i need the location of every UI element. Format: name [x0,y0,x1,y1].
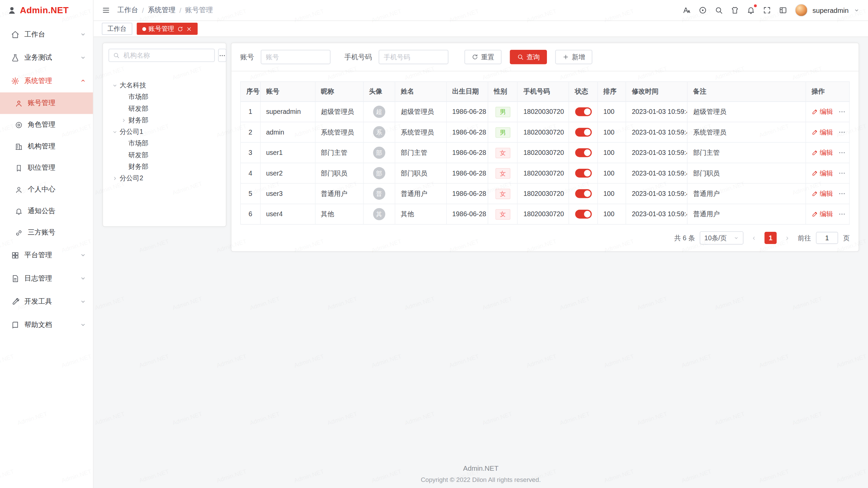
notification-bell-button[interactable] [747,6,755,14]
cell-nickname: 其他 [315,204,363,224]
cell-account: user1 [260,142,315,163]
sidebar-subitem[interactable]: 角色管理 [0,114,93,136]
tree-node[interactable]: 研发部 [108,149,220,161]
edit-button[interactable]: 编辑 [811,127,833,137]
row-more-button[interactable] [838,169,846,177]
cell-index: 5 [240,183,260,204]
org-search-box[interactable] [108,49,215,62]
user-menu-caret-icon[interactable] [854,7,860,13]
edit-label: 编辑 [820,168,833,178]
cell-index: 3 [240,142,260,163]
tab-refresh-icon[interactable] [177,26,183,32]
prev-page-button[interactable] [748,232,760,244]
page-size-select[interactable]: 10条/页 [700,231,743,244]
page-number-current[interactable]: 1 [765,232,777,244]
language-button[interactable] [698,6,707,14]
tree-node[interactable]: 财务部 [108,161,220,172]
breadcrumb-item[interactable]: 系统管理 [148,5,176,15]
fullscreen-button[interactable] [763,6,771,14]
row-more-button[interactable] [838,128,846,136]
sidebar-item[interactable]: 平台管理 [0,243,93,267]
tree-node[interactable]: 市场部 [108,91,220,102]
sidebar-subitem[interactable]: 机构管理 [0,136,93,157]
column-header: 姓名 [395,82,447,102]
phone-input[interactable] [379,50,449,64]
tree-node-label: 分公司2 [120,174,143,183]
sidebar-subitem[interactable]: 三方账号 [0,222,93,244]
edit-button[interactable]: 编辑 [811,189,833,199]
column-header: 昵称 [315,82,363,102]
org-more-button[interactable] [218,49,226,62]
tab-close-icon[interactable] [186,26,192,32]
edit-button[interactable]: 编辑 [811,107,833,117]
sidebar-item[interactable]: 业务测试 [0,46,93,69]
app-logo[interactable]: Admin.NET [0,0,93,20]
tree-caret-icon[interactable] [112,175,118,181]
org-search-input[interactable] [122,51,211,60]
edit-button[interactable]: 编辑 [811,148,833,158]
sidebar-item[interactable]: 系统管理 [0,69,93,93]
tree-node[interactable]: 财务部 [108,115,220,126]
status-toggle[interactable] [575,107,592,116]
theme-button[interactable] [731,6,739,14]
app-root: Admin.NET 工作台 业务测试 系统管理 账号管理 角色管理 机构管理 职… [0,0,868,488]
sidebar-subitem[interactable]: 账号管理 [0,93,93,114]
status-toggle[interactable] [575,189,592,198]
add-button[interactable]: 新增 [555,50,592,64]
next-page-button[interactable] [782,232,793,244]
cell-avatar: 其 [363,204,395,224]
status-toggle[interactable] [575,210,592,219]
sidebar-item[interactable]: 工作台 [0,23,93,46]
tree-node[interactable]: 大名科技 [108,80,220,91]
tree-caret-icon[interactable] [112,82,118,88]
breadcrumb-item[interactable]: 工作台 [117,5,138,15]
search-button[interactable] [714,6,723,14]
goto-page-input[interactable] [816,232,838,244]
status-toggle[interactable] [575,128,592,137]
sidebar-item[interactable]: 开发工具 [0,290,93,313]
gender-badge: 女 [495,188,510,199]
tree-node[interactable]: 市场部 [108,138,220,149]
org-panel: 大名科技 市场部 研发部 财务部 分公司1 市场部 研发部 财务部 分公司2 [102,43,226,227]
cell-remark: 超级管理员 [687,102,806,122]
sidebar-item[interactable]: 帮助文档 [0,313,93,337]
cell-avatar: 部 [363,142,395,163]
tree-caret-icon[interactable] [121,117,127,123]
row-more-button[interactable] [838,190,846,198]
user-avatar[interactable] [795,4,808,17]
account-input[interactable] [261,50,331,64]
row-more-button[interactable] [838,108,846,116]
edit-label: 编辑 [820,107,833,117]
sidebar-subitem[interactable]: 通知公告 [0,200,93,222]
chevron-down-icon [733,235,739,241]
row-more-button[interactable] [838,210,846,218]
layout-button[interactable] [779,6,787,14]
row-more-button[interactable] [838,149,846,157]
sidebar-subitem[interactable]: 职位管理 [0,157,93,179]
sidebar-item[interactable]: 日志管理 [0,267,93,290]
tab[interactable]: 工作台 [102,23,132,35]
tree-node[interactable]: 研发部 [108,103,220,114]
font-size-button[interactable] [683,6,691,14]
edit-button[interactable]: 编辑 [811,209,833,219]
tab[interactable]: 账号管理 [136,23,197,35]
tree-node[interactable]: 分公司1 [108,126,220,137]
search-button[interactable]: 查询 [510,50,547,64]
tree-node[interactable]: 分公司2 [108,172,220,184]
sidebar-subitem-label: 职位管理 [28,163,56,173]
menu-collapse-button[interactable] [102,6,110,14]
tree-caret-icon[interactable] [112,129,118,135]
breadcrumb-separator: / [142,6,144,14]
reset-button[interactable]: 重置 [465,50,501,64]
edit-button[interactable]: 编辑 [811,168,833,178]
table-row: 6 user4 其他 其 其他 1986-06-28 女 18020030720… [240,204,849,224]
goto-label: 前往 [798,233,811,243]
role-icon [15,121,23,129]
cell-index: 4 [240,163,260,183]
username[interactable]: superadmin [812,6,849,14]
status-toggle[interactable] [575,169,592,178]
sidebar-subitem[interactable]: 个人中心 [0,179,93,200]
cell-gender: 女 [488,183,517,204]
avatar: 超 [373,106,385,118]
status-toggle[interactable] [575,148,592,157]
